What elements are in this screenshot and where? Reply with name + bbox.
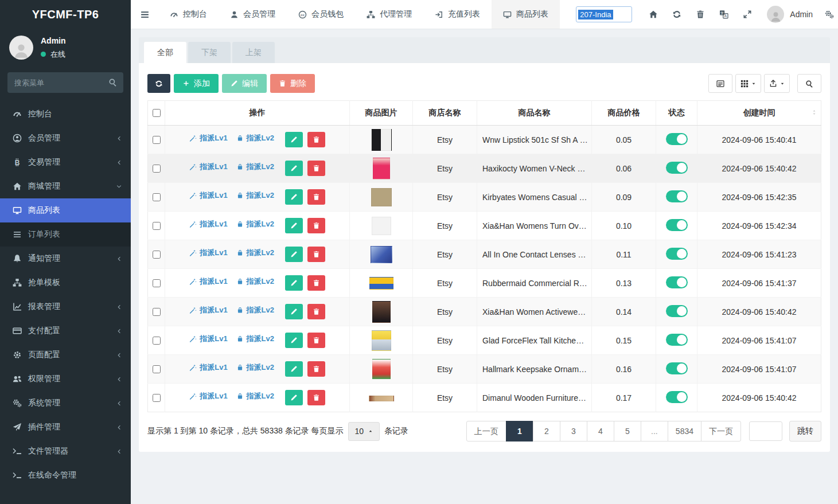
edit-row-button[interactable] <box>285 161 303 176</box>
export-button[interactable] <box>764 74 790 93</box>
product-image[interactable] <box>372 359 391 380</box>
add-button[interactable]: 添加 <box>174 74 219 93</box>
delete-row-button[interactable] <box>307 275 325 291</box>
search-button[interactable] <box>797 74 821 93</box>
row-checkbox[interactable] <box>153 222 161 230</box>
menu-search-input[interactable] <box>7 72 123 93</box>
page-button-1[interactable]: 1 <box>506 421 533 442</box>
assign-lv1-link[interactable]: 指派Lv1 <box>189 162 227 172</box>
row-checkbox[interactable] <box>153 251 161 259</box>
topbar-tab-0[interactable]: 控制台 <box>158 0 219 29</box>
product-image[interactable] <box>369 396 394 401</box>
column-header-6[interactable]: 创建时间 <box>697 101 821 126</box>
assign-lv1-link[interactable]: 指派Lv1 <box>189 219 227 229</box>
sidebar-item-12[interactable]: 系统管理 <box>0 391 131 415</box>
sidebar-item-14[interactable]: 文件管理器 <box>0 439 131 463</box>
refresh-button[interactable] <box>665 0 688 29</box>
product-image[interactable] <box>372 301 391 323</box>
row-checkbox[interactable] <box>153 165 161 173</box>
page-button-2[interactable]: 2 <box>533 421 560 442</box>
status-toggle[interactable] <box>666 219 688 231</box>
edit-row-button[interactable] <box>285 361 303 377</box>
assign-lv2-link[interactable]: 指派Lv2 <box>236 190 274 201</box>
sidebar-item-15[interactable]: 在线命令管理 <box>0 463 131 487</box>
sidebar-toggle-button[interactable] <box>131 0 158 29</box>
status-toggle[interactable] <box>666 190 688 202</box>
delete-row-button[interactable] <box>307 361 325 377</box>
status-toggle[interactable] <box>666 162 688 174</box>
page-button-5[interactable]: 5 <box>614 421 641 442</box>
fullscreen-button[interactable] <box>735 0 759 29</box>
clear-cache-button[interactable] <box>688 0 712 29</box>
row-checkbox[interactable] <box>153 394 161 402</box>
row-checkbox[interactable] <box>153 308 161 316</box>
topbar-tab-4[interactable]: 充值列表 <box>423 0 492 29</box>
assign-lv1-link[interactable]: 指派Lv1 <box>189 391 227 401</box>
delete-row-button[interactable] <box>307 132 325 147</box>
assign-lv1-link[interactable]: 指派Lv1 <box>189 133 227 143</box>
status-toggle[interactable] <box>666 305 688 317</box>
sidebar-item-10[interactable]: 页面配置 <box>0 343 131 367</box>
topbar-tab-3[interactable]: 代理管理 <box>355 0 423 29</box>
delete-row-button[interactable] <box>307 189 325 205</box>
assign-lv1-link[interactable]: 指派Lv1 <box>189 248 227 258</box>
page-button-3[interactable]: 3 <box>560 421 587 442</box>
assign-lv2-link[interactable]: 指派Lv2 <box>236 362 274 373</box>
edit-row-button[interactable] <box>285 390 303 405</box>
jump-button[interactable]: 跳转 <box>789 421 821 442</box>
columns-button[interactable] <box>735 74 761 93</box>
home-button[interactable] <box>641 0 665 29</box>
sidebar-item-5[interactable]: 订单列表 <box>0 222 131 247</box>
product-image[interactable] <box>373 158 390 179</box>
sidebar-item-1[interactable]: 会员管理 <box>0 126 131 150</box>
filter-tab-1[interactable]: 下架 <box>188 42 231 63</box>
sidebar-item-4[interactable]: 商品列表 <box>0 198 131 222</box>
delete-row-button[interactable] <box>307 161 325 176</box>
row-checkbox[interactable] <box>153 193 161 201</box>
assign-lv1-link[interactable]: 指派Lv1 <box>189 362 227 373</box>
assign-lv2-link[interactable]: 指派Lv2 <box>236 305 274 315</box>
page-button-5834[interactable]: 5834 <box>668 421 701 442</box>
assign-lv2-link[interactable]: 指派Lv2 <box>236 334 274 344</box>
sidebar-item-13[interactable]: 插件管理 <box>0 415 131 439</box>
assign-lv1-link[interactable]: 指派Lv1 <box>189 334 227 344</box>
sidebar-item-11[interactable]: 权限管理 <box>0 367 131 391</box>
next-page-button[interactable]: 下一页 <box>701 421 741 442</box>
page-button-4[interactable]: 4 <box>587 421 614 442</box>
sidebar-item-9[interactable]: 支付配置 <box>0 319 131 343</box>
jump-page-input[interactable] <box>749 421 782 441</box>
edit-button[interactable]: 编辑 <box>222 74 267 93</box>
sidebar-item-8[interactable]: 报表管理 <box>0 295 131 319</box>
detail-view-button[interactable] <box>708 74 732 93</box>
filter-tab-0[interactable]: 全部 <box>144 42 186 63</box>
status-toggle[interactable] <box>666 276 688 288</box>
status-toggle[interactable] <box>666 248 688 260</box>
delete-button[interactable]: 删除 <box>270 74 315 93</box>
status-toggle[interactable] <box>666 133 688 145</box>
sidebar-item-3[interactable]: 商城管理 <box>0 174 131 198</box>
assign-lv1-link[interactable]: 指派Lv1 <box>189 190 227 201</box>
delete-row-button[interactable] <box>307 333 325 348</box>
assign-lv2-link[interactable]: 指派Lv2 <box>236 248 274 258</box>
delete-row-button[interactable] <box>307 390 325 405</box>
edit-row-button[interactable] <box>285 132 303 147</box>
product-image[interactable] <box>369 277 393 290</box>
topbar-tab-2[interactable]: 会员钱包 <box>287 0 355 29</box>
delete-row-button[interactable] <box>307 247 325 262</box>
assign-lv2-link[interactable]: 指派Lv2 <box>236 276 274 287</box>
topbar-tab-5[interactable]: 商品列表 <box>492 0 560 29</box>
settings-button[interactable] <box>821 0 838 29</box>
edit-row-button[interactable] <box>285 189 303 205</box>
assign-lv2-link[interactable]: 指派Lv2 <box>236 133 274 143</box>
assign-lv2-link[interactable]: 指派Lv2 <box>236 162 274 172</box>
sidebar-item-7[interactable]: 抢单模板 <box>0 271 131 295</box>
sidebar-item-2[interactable]: 交易管理 <box>0 150 131 174</box>
row-checkbox[interactable] <box>153 365 161 373</box>
edit-row-button[interactable] <box>285 304 303 319</box>
sidebar-item-0[interactable]: 控制台 <box>0 102 131 126</box>
edit-row-button[interactable] <box>285 247 303 262</box>
status-toggle[interactable] <box>666 362 688 374</box>
edit-row-button[interactable] <box>285 275 303 291</box>
assign-lv2-link[interactable]: 指派Lv2 <box>236 391 274 401</box>
status-toggle[interactable] <box>666 391 688 403</box>
